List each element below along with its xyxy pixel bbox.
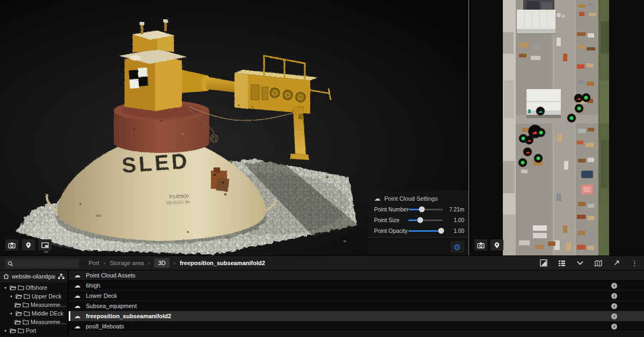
- location-button[interactable]: [22, 239, 35, 251]
- cloud-icon: ☁: [73, 282, 82, 289]
- folder-icon: [24, 294, 30, 299]
- tree-item[interactable]: ▾ Port: [0, 326, 68, 335]
- poi-marker[interactable]: ☁: [519, 159, 527, 167]
- slider-handle[interactable]: [419, 207, 425, 213]
- folder-icon: [18, 328, 24, 333]
- table-icon[interactable]: [555, 258, 568, 268]
- screen-share-icon: [41, 242, 49, 248]
- breadcrumb-item[interactable]: Storage area: [110, 260, 144, 266]
- asset-list-title: Point Cloud Assets: [86, 272, 135, 279]
- screen-share-button[interactable]: [39, 239, 52, 251]
- caret-down-icon[interactable]: ▾: [9, 294, 14, 299]
- tree-item-label: Port: [26, 327, 36, 334]
- minimap-location-button[interactable]: [491, 239, 503, 251]
- caret-down-icon[interactable]: ▾: [3, 328, 8, 333]
- caret-down-icon[interactable]: ▾: [9, 311, 14, 316]
- search-icon: [8, 261, 13, 267]
- folder-open-icon: [16, 294, 22, 299]
- poi-marker[interactable]: ☁: [575, 104, 583, 112]
- breadcrumb-bar: Port › Storage area › 3D › freeposition_…: [0, 255, 644, 270]
- cloud-icon: ☁: [73, 272, 82, 279]
- tree-item[interactable]: ▾ Offshore: [0, 283, 68, 292]
- tree-item-label: Upper Deck: [32, 293, 61, 299]
- poi-marker[interactable]: ☁: [582, 93, 590, 101]
- breadcrumb-item[interactable]: 3D: [154, 258, 169, 268]
- info-icon[interactable]: i: [611, 283, 617, 289]
- slider-track[interactable]: [408, 230, 443, 232]
- tree-item[interactable]: ▾ Measurement p...: [0, 318, 68, 326]
- info-icon[interactable]: i: [611, 313, 617, 319]
- minimap-camera-button[interactable]: [474, 239, 487, 251]
- poi-markers-layer: ☁ ☁ ☁ ☁: [503, 0, 609, 255]
- settings-slider-row: Point Opacity 1.00: [368, 225, 469, 236]
- 3d-viewport[interactable]: SLED P140900 ME0003I-9N: [0, 0, 469, 255]
- location-pin-icon: [25, 241, 32, 249]
- model-stencil-text: SLED: [121, 149, 190, 177]
- info-icon[interactable]: i: [611, 293, 617, 299]
- tree-item[interactable]: ▾ Middle DEck: [0, 309, 68, 318]
- camera-button[interactable]: [5, 239, 18, 251]
- asset-row[interactable]: ☁ pos8_lifeboats i: [69, 321, 644, 332]
- expand-icon[interactable]: [610, 258, 623, 268]
- folder-open-icon: [10, 285, 16, 290]
- poi-marker[interactable]: ☁: [537, 107, 545, 115]
- slider-track[interactable]: [408, 209, 443, 210]
- slider-value: 7.21m: [445, 207, 464, 213]
- poi-marker[interactable]: ☁: [567, 114, 575, 122]
- slider-track[interactable]: [408, 219, 443, 221]
- asset-row[interactable]: ☁ Subsea_equipment i: [69, 301, 644, 311]
- breadcrumb-item[interactable]: freeposition_subseamanifold2: [180, 260, 265, 266]
- asset-label: 6high: [86, 282, 100, 289]
- poi-marker[interactable]: ☁: [525, 136, 533, 144]
- asset-label: freeposition_subseamanifold2: [86, 313, 171, 319]
- viewport-toolbar: [5, 239, 52, 251]
- chevron-down-icon[interactable]: [574, 258, 586, 268]
- asset-list-header: ☁ Point Cloud Assets: [69, 270, 644, 281]
- site-header[interactable]: website-oilandgas: [0, 270, 68, 282]
- search-input[interactable]: [13, 260, 86, 267]
- sitemap-icon[interactable]: [58, 274, 64, 280]
- green-dot-icon: [569, 116, 573, 120]
- bottom-section: website-oilandgas ▾ Offshore: [0, 270, 644, 337]
- breadcrumb-item[interactable]: Port: [89, 260, 99, 266]
- slider-label: Point Size: [374, 217, 406, 223]
- settings-gear-button[interactable]: ⚙: [450, 241, 464, 253]
- caret-down-icon[interactable]: ▾: [3, 285, 8, 290]
- breadcrumb-actions: ⋮: [537, 256, 641, 270]
- poi-marker[interactable]: ☁: [537, 129, 545, 137]
- panel-divider[interactable]: [468, 0, 470, 255]
- asset-list-filler: [69, 332, 644, 337]
- green-dot-icon: [577, 106, 581, 110]
- info-icon[interactable]: i: [611, 303, 617, 309]
- app-window: SLED P140900 ME0003I-9N: [0, 0, 644, 337]
- folder-icon: [23, 302, 29, 307]
- aerial-map[interactable]: ☁ ☁ ☁ ☁: [503, 0, 609, 255]
- asset-row[interactable]: ☁ freeposition_subseamanifold2 i: [69, 311, 644, 321]
- poi-marker[interactable]: ☁: [523, 148, 531, 156]
- tree-item-label: Offshore: [26, 284, 47, 291]
- asset-row[interactable]: ☁ Lower Deck i: [69, 291, 644, 301]
- search-box[interactable]: [5, 259, 79, 268]
- cloud-marker-icon: ☁: [576, 96, 581, 100]
- tree-item[interactable]: ▾ Upper Deck: [0, 292, 68, 301]
- kebab-icon[interactable]: ⋮: [628, 258, 641, 268]
- camera-icon: [477, 242, 485, 248]
- cloud-icon: ☁: [73, 292, 82, 299]
- slider-handle[interactable]: [417, 217, 423, 223]
- settings-panel-title: Point Cloud Settings: [384, 195, 438, 202]
- info-icon[interactable]: i: [611, 324, 617, 329]
- tree-item[interactable]: ▾ Measurement p...: [0, 301, 68, 309]
- slider-fill: [408, 230, 441, 232]
- site-label: website-oilandgas: [12, 273, 55, 280]
- asset-row[interactable]: ☁ 6high i: [69, 281, 644, 291]
- breadcrumb: Port › Storage area › 3D › freeposition_…: [89, 256, 265, 270]
- poi-marker[interactable]: ☁: [534, 155, 542, 163]
- map-icon[interactable]: [592, 258, 604, 268]
- minimap-panel: ☁ ☁ ☁ ☁: [471, 0, 644, 255]
- poi-marker[interactable]: ☁: [574, 94, 582, 102]
- image-icon[interactable]: [537, 258, 550, 268]
- settings-slider-row: Point Number 7.21m: [368, 204, 469, 215]
- folder-open-icon: [14, 302, 21, 307]
- slider-handle[interactable]: [438, 228, 444, 234]
- asset-label: pos8_lifeboats: [86, 323, 124, 329]
